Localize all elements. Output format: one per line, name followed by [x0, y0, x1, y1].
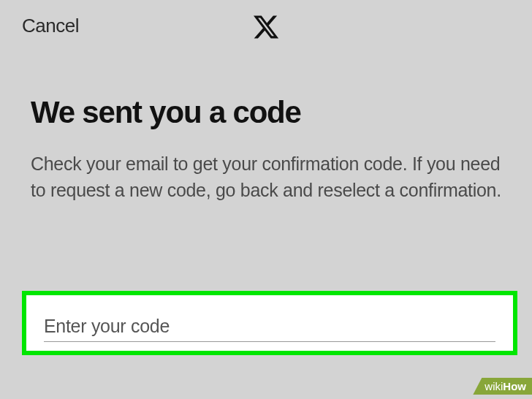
code-input-label: Enter your code — [44, 316, 495, 337]
header: Cancel — [0, 0, 532, 51]
wikihow-watermark: wikiHow — [473, 378, 532, 395]
description-text: Check your email to get your confirmatio… — [31, 151, 501, 204]
page-title: We sent you a code — [31, 95, 501, 130]
x-logo-icon — [252, 13, 280, 44]
cancel-button[interactable]: Cancel — [22, 15, 79, 37]
input-underline — [44, 341, 495, 342]
code-input-container[interactable]: Enter your code — [22, 291, 517, 355]
main-content: We sent you a code Check your email to g… — [0, 51, 532, 204]
